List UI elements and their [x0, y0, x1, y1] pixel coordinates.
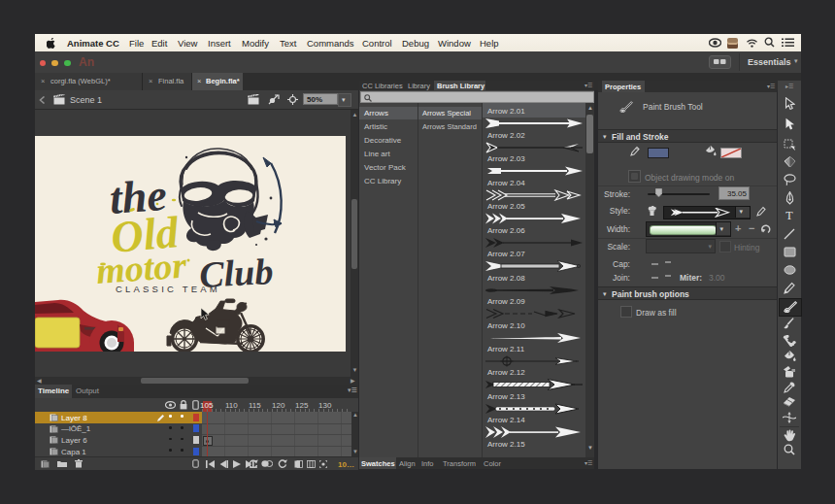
svg-text:CLASSIC TEAM: CLASSIC TEAM	[116, 284, 220, 294]
